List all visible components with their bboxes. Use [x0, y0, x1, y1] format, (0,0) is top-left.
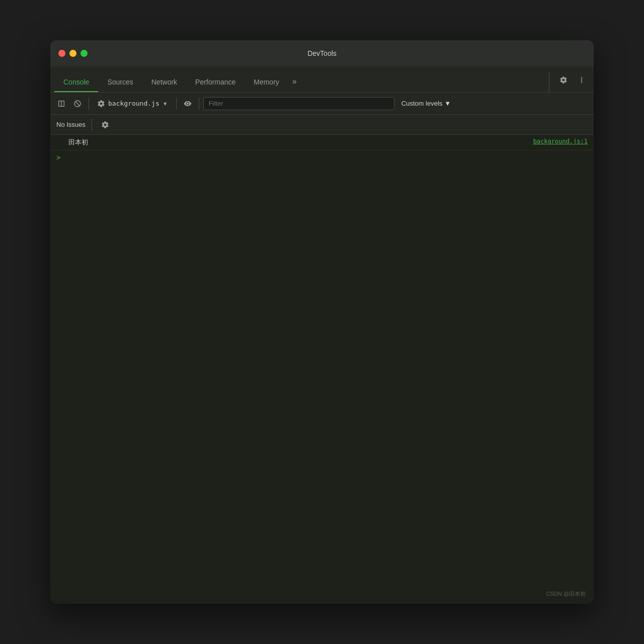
custom-levels-label: Custom levels	[401, 100, 443, 107]
settings-icon-button[interactable]	[555, 72, 572, 88]
maximize-button[interactable]	[80, 50, 88, 57]
live-expressions-button[interactable]	[181, 97, 195, 111]
title-bar: DevTools	[50, 40, 594, 66]
context-gear-icon	[97, 100, 105, 108]
context-selector[interactable]: background.js ▼	[93, 98, 172, 110]
toggle-sidebar-button[interactable]	[54, 97, 68, 111]
separator-2	[176, 98, 177, 110]
tab-bar: Console Sources Network Performance Memo…	[50, 66, 594, 93]
sidebar-icon	[57, 100, 65, 108]
close-button[interactable]	[58, 50, 65, 57]
clear-icon	[73, 100, 82, 108]
console-prompt-line[interactable]: >	[50, 150, 594, 165]
separator-1	[89, 98, 89, 110]
clear-console-button[interactable]	[70, 97, 85, 111]
minimize-button[interactable]	[69, 50, 76, 57]
gear-icon	[559, 76, 568, 84]
tab-performance[interactable]: Performance	[186, 72, 245, 92]
issues-toolbar: No Issues	[50, 115, 594, 135]
issues-separator	[92, 119, 92, 131]
prompt-arrow: >	[56, 153, 60, 162]
console-toolbar: background.js ▼ Custom levels ▼	[50, 93, 594, 115]
tabs-container: Console Sources Network Performance Memo…	[54, 71, 545, 92]
entry-text: 田本初	[68, 138, 527, 147]
eye-icon	[184, 100, 192, 108]
tab-console[interactable]: Console	[54, 72, 98, 92]
more-vert-icon	[578, 76, 586, 84]
tab-network[interactable]: Network	[142, 72, 186, 92]
issues-settings-button[interactable]	[98, 118, 112, 132]
custom-levels-button[interactable]: Custom levels ▼	[396, 98, 456, 109]
custom-levels-arrow: ▼	[444, 100, 451, 107]
issues-gear-icon	[101, 121, 109, 129]
tab-memory[interactable]: Memory	[245, 72, 288, 92]
console-output: 田本初 background.js:1 > CSDN @田本初	[50, 135, 594, 604]
more-tabs-button[interactable]: »	[288, 71, 301, 92]
window-title: DevTools	[307, 49, 337, 57]
watermark: CSDN @田本初	[546, 590, 586, 598]
context-file-name: background.js	[108, 100, 159, 107]
separator-3	[199, 98, 199, 110]
more-options-button[interactable]	[574, 72, 590, 88]
context-dropdown-arrow: ▼	[163, 101, 168, 107]
filter-input[interactable]	[203, 97, 394, 110]
tab-bar-actions	[549, 72, 590, 92]
no-issues-text: No Issues	[56, 121, 86, 128]
tab-sources[interactable]: Sources	[98, 72, 142, 92]
traffic-lights	[58, 50, 88, 57]
entry-source-link[interactable]: background.js:1	[533, 138, 588, 145]
console-entry: 田本初 background.js:1	[50, 135, 594, 150]
